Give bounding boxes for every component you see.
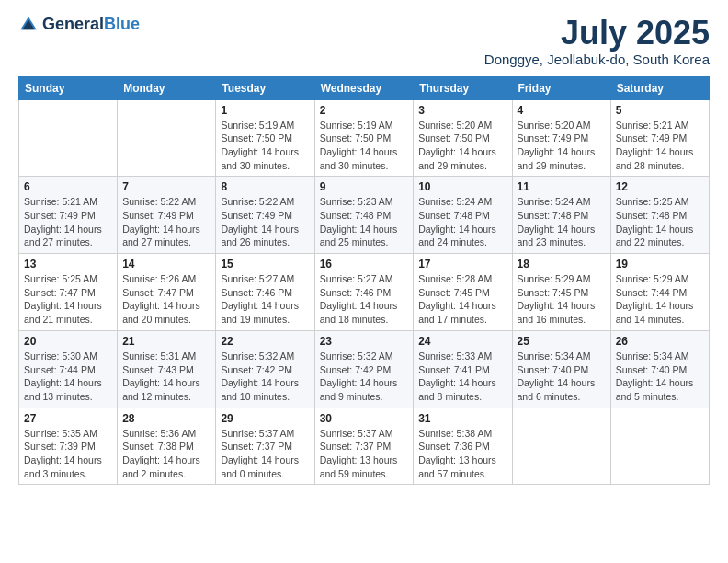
calendar-cell: 1Sunrise: 5:19 AMSunset: 7:50 PMDaylight…: [216, 99, 314, 177]
calendar-header-thursday: Thursday: [414, 76, 512, 99]
day-number: 29: [221, 412, 309, 425]
day-number: 13: [24, 258, 112, 270]
calendar-header-monday: Monday: [118, 76, 216, 99]
calendar-cell: 23Sunrise: 5:32 AMSunset: 7:42 PMDayligh…: [314, 330, 414, 408]
day-number: 20: [24, 335, 112, 348]
calendar-cell: 9Sunrise: 5:23 AMSunset: 7:48 PMDaylight…: [314, 177, 414, 254]
calendar-cell: 26Sunrise: 5:34 AMSunset: 7:40 PMDayligh…: [610, 330, 709, 408]
calendar-cell: 17Sunrise: 5:28 AMSunset: 7:45 PMDayligh…: [414, 254, 512, 331]
day-info: Sunrise: 5:19 AMSunset: 7:50 PMDaylight:…: [221, 119, 309, 173]
calendar-cell: 22Sunrise: 5:32 AMSunset: 7:42 PMDayligh…: [216, 330, 314, 408]
day-number: 6: [24, 180, 112, 193]
day-info: Sunrise: 5:22 AMSunset: 7:49 PMDaylight:…: [122, 195, 210, 249]
day-info: Sunrise: 5:21 AMSunset: 7:49 PMDaylight:…: [24, 195, 112, 249]
day-info: Sunrise: 5:34 AMSunset: 7:40 PMDaylight:…: [616, 350, 704, 404]
calendar-cell: 20Sunrise: 5:30 AMSunset: 7:44 PMDayligh…: [19, 330, 118, 408]
calendar-week-row: 20Sunrise: 5:30 AMSunset: 7:44 PMDayligh…: [19, 330, 710, 408]
calendar-header-friday: Friday: [512, 76, 610, 99]
day-number: 1: [221, 104, 309, 117]
calendar-week-row: 6Sunrise: 5:21 AMSunset: 7:49 PMDaylight…: [19, 177, 710, 254]
calendar-cell: 11Sunrise: 5:24 AMSunset: 7:48 PMDayligh…: [512, 177, 610, 254]
calendar-header-sunday: Sunday: [19, 76, 118, 99]
day-number: 15: [221, 258, 309, 270]
calendar-cell: 16Sunrise: 5:27 AMSunset: 7:46 PMDayligh…: [314, 254, 414, 331]
day-number: 30: [320, 412, 409, 425]
day-number: 9: [320, 180, 409, 193]
calendar-cell: 25Sunrise: 5:34 AMSunset: 7:40 PMDayligh…: [512, 330, 610, 408]
calendar-cell: 5Sunrise: 5:21 AMSunset: 7:49 PMDaylight…: [610, 99, 709, 177]
calendar-cell: 29Sunrise: 5:37 AMSunset: 7:37 PMDayligh…: [216, 408, 314, 485]
calendar-cell: 19Sunrise: 5:29 AMSunset: 7:44 PMDayligh…: [610, 254, 709, 331]
day-number: 7: [122, 180, 210, 193]
calendar-cell: 15Sunrise: 5:27 AMSunset: 7:46 PMDayligh…: [216, 254, 314, 331]
day-number: 16: [320, 258, 409, 270]
day-number: 28: [122, 412, 210, 425]
day-number: 18: [518, 258, 606, 270]
calendar-cell: 4Sunrise: 5:20 AMSunset: 7:49 PMDaylight…: [512, 99, 610, 177]
day-info: Sunrise: 5:33 AMSunset: 7:41 PMDaylight:…: [418, 350, 506, 404]
day-number: 24: [418, 335, 506, 348]
day-info: Sunrise: 5:22 AMSunset: 7:49 PMDaylight:…: [221, 195, 309, 249]
calendar-cell: 13Sunrise: 5:25 AMSunset: 7:47 PMDayligh…: [19, 254, 118, 331]
day-number: 17: [418, 258, 506, 270]
day-info: Sunrise: 5:31 AMSunset: 7:43 PMDaylight:…: [122, 350, 210, 404]
day-number: 10: [418, 180, 506, 193]
day-info: Sunrise: 5:32 AMSunset: 7:42 PMDaylight:…: [320, 350, 409, 404]
day-number: 19: [616, 258, 704, 270]
day-info: Sunrise: 5:25 AMSunset: 7:48 PMDaylight:…: [616, 195, 704, 249]
calendar-cell: [512, 408, 610, 485]
day-number: 3: [418, 104, 506, 117]
calendar-cell: [19, 99, 118, 177]
calendar-cell: 7Sunrise: 5:22 AMSunset: 7:49 PMDaylight…: [118, 177, 216, 254]
day-info: Sunrise: 5:32 AMSunset: 7:42 PMDaylight:…: [221, 350, 309, 404]
calendar-cell: 21Sunrise: 5:31 AMSunset: 7:43 PMDayligh…: [118, 330, 216, 408]
day-number: 23: [320, 335, 409, 348]
day-number: 31: [418, 412, 506, 425]
day-info: Sunrise: 5:35 AMSunset: 7:39 PMDaylight:…: [24, 427, 112, 481]
calendar-cell: 24Sunrise: 5:33 AMSunset: 7:41 PMDayligh…: [414, 330, 512, 408]
day-info: Sunrise: 5:38 AMSunset: 7:36 PMDaylight:…: [418, 427, 506, 481]
day-number: 4: [518, 104, 606, 117]
day-info: Sunrise: 5:36 AMSunset: 7:38 PMDaylight:…: [122, 427, 210, 481]
logo-general: GeneralBlue: [42, 16, 140, 34]
month-title: July 2025: [484, 15, 710, 52]
calendar-cell: 8Sunrise: 5:22 AMSunset: 7:49 PMDaylight…: [216, 177, 314, 254]
title-block: July 2025 Donggye, Jeollabuk-do, South K…: [484, 15, 710, 67]
logo: GeneralBlue: [18, 15, 140, 35]
day-info: Sunrise: 5:19 AMSunset: 7:50 PMDaylight:…: [320, 119, 409, 173]
day-info: Sunrise: 5:28 AMSunset: 7:45 PMDaylight:…: [418, 272, 506, 327]
day-info: Sunrise: 5:27 AMSunset: 7:46 PMDaylight:…: [320, 272, 409, 327]
calendar-header-saturday: Saturday: [610, 76, 709, 99]
calendar-week-row: 27Sunrise: 5:35 AMSunset: 7:39 PMDayligh…: [19, 408, 710, 485]
day-info: Sunrise: 5:20 AMSunset: 7:49 PMDaylight:…: [518, 119, 606, 173]
day-number: 12: [616, 180, 704, 193]
day-info: Sunrise: 5:24 AMSunset: 7:48 PMDaylight:…: [418, 195, 506, 249]
day-info: Sunrise: 5:34 AMSunset: 7:40 PMDaylight:…: [518, 350, 606, 404]
logo-icon: [18, 15, 39, 35]
day-info: Sunrise: 5:24 AMSunset: 7:48 PMDaylight:…: [518, 195, 606, 249]
day-info: Sunrise: 5:21 AMSunset: 7:49 PMDaylight:…: [616, 119, 704, 173]
calendar-cell: 3Sunrise: 5:20 AMSunset: 7:50 PMDaylight…: [414, 99, 512, 177]
day-info: Sunrise: 5:37 AMSunset: 7:37 PMDaylight:…: [221, 427, 309, 481]
calendar-header-wednesday: Wednesday: [314, 76, 414, 99]
page-header: GeneralBlue July 2025 Donggye, Jeollabuk…: [18, 15, 710, 67]
day-number: 25: [518, 335, 606, 348]
day-number: 26: [616, 335, 704, 348]
day-info: Sunrise: 5:26 AMSunset: 7:47 PMDaylight:…: [122, 272, 210, 327]
calendar-cell: 30Sunrise: 5:37 AMSunset: 7:37 PMDayligh…: [314, 408, 414, 485]
calendar-cell: 10Sunrise: 5:24 AMSunset: 7:48 PMDayligh…: [414, 177, 512, 254]
calendar-cell: 12Sunrise: 5:25 AMSunset: 7:48 PMDayligh…: [610, 177, 709, 254]
day-info: Sunrise: 5:30 AMSunset: 7:44 PMDaylight:…: [24, 350, 112, 404]
day-info: Sunrise: 5:29 AMSunset: 7:44 PMDaylight:…: [616, 272, 704, 327]
calendar-cell: 18Sunrise: 5:29 AMSunset: 7:45 PMDayligh…: [512, 254, 610, 331]
day-info: Sunrise: 5:29 AMSunset: 7:45 PMDaylight:…: [518, 272, 606, 327]
calendar-cell: 27Sunrise: 5:35 AMSunset: 7:39 PMDayligh…: [19, 408, 118, 485]
calendar-week-row: 13Sunrise: 5:25 AMSunset: 7:47 PMDayligh…: [19, 254, 710, 331]
day-number: 27: [24, 412, 112, 425]
calendar-table: SundayMondayTuesdayWednesdayThursdayFrid…: [18, 76, 710, 486]
day-number: 14: [122, 258, 210, 270]
calendar-week-row: 1Sunrise: 5:19 AMSunset: 7:50 PMDaylight…: [19, 99, 710, 177]
calendar-cell: 14Sunrise: 5:26 AMSunset: 7:47 PMDayligh…: [118, 254, 216, 331]
day-info: Sunrise: 5:23 AMSunset: 7:48 PMDaylight:…: [320, 195, 409, 249]
day-info: Sunrise: 5:25 AMSunset: 7:47 PMDaylight:…: [24, 272, 112, 327]
